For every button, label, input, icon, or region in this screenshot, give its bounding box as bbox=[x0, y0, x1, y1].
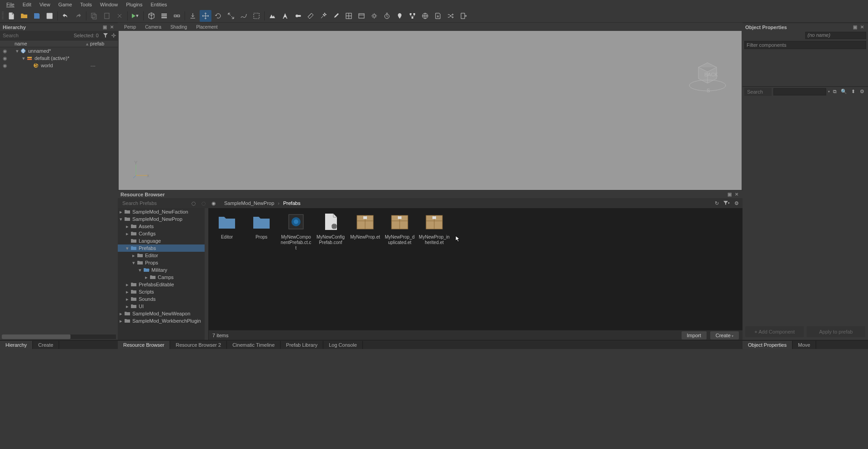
resource-item[interactable]: MyNewConfigPrefab.conf bbox=[315, 211, 346, 251]
panel-tab[interactable]: Create bbox=[33, 341, 59, 349]
chevron-down-icon[interactable]: ▾ bbox=[828, 90, 830, 94]
props-search-input[interactable] bbox=[744, 88, 772, 96]
terrain-tool[interactable] bbox=[266, 10, 278, 22]
resource-tree-item[interactable]: ▸PrefabsEditable bbox=[118, 281, 208, 288]
rb-nav-fwd-icon[interactable]: ◉ bbox=[210, 199, 218, 207]
gear-icon[interactable]: ⚙ bbox=[733, 199, 741, 207]
undo-button[interactable] bbox=[60, 10, 71, 22]
visibility-icon[interactable]: ◉ bbox=[0, 55, 10, 61]
wand-tool[interactable] bbox=[317, 10, 329, 22]
breadcrumb-item[interactable]: SampleMod_NewProp bbox=[222, 200, 276, 207]
rb-nav-back-icon[interactable]: ◌ bbox=[200, 199, 208, 207]
expand-icon[interactable]: ▾ bbox=[15, 48, 20, 54]
object-name-field[interactable]: (no name) bbox=[805, 32, 866, 39]
gear-tool[interactable] bbox=[368, 10, 380, 22]
resource-item[interactable]: Editor bbox=[211, 211, 242, 251]
viewport-3d[interactable]: Y x BACK S bbox=[119, 31, 742, 190]
expand-icon[interactable]: ▸ bbox=[145, 274, 150, 280]
hierarchy-row[interactable]: ◉▾unnamed* bbox=[0, 47, 118, 55]
resource-tree-item[interactable]: ▸SampleMod_NewFaction bbox=[118, 208, 208, 215]
nav-cube[interactable]: BACK S bbox=[687, 54, 728, 95]
hierarchy-row[interactable]: ◉▾default (active)* bbox=[0, 55, 118, 62]
resource-search-input[interactable] bbox=[120, 199, 188, 207]
resource-item[interactable]: MyNewProp_duplicated.et bbox=[384, 211, 415, 251]
resource-tree-item[interactable]: ▾Military bbox=[118, 266, 208, 274]
visibility-icon[interactable]: ◉ bbox=[0, 48, 10, 54]
resource-tree-item[interactable]: Language bbox=[118, 237, 208, 244]
hierarchy-icon[interactable]: ⬍ bbox=[849, 88, 857, 96]
expand-icon[interactable]: ▾ bbox=[120, 216, 124, 222]
rb-clear-icon[interactable]: ◌ bbox=[190, 199, 198, 207]
expand-icon[interactable]: ▾ bbox=[139, 267, 143, 273]
panel-tab[interactable]: Cinematic Timeline bbox=[227, 341, 281, 349]
col-name[interactable]: name bbox=[10, 41, 86, 46]
text-tool[interactable] bbox=[279, 10, 291, 22]
panel-tab[interactable]: Move bbox=[793, 341, 816, 349]
open-file-button[interactable] bbox=[18, 10, 30, 22]
resource-tree-item[interactable]: ▸Assets bbox=[118, 223, 208, 230]
resource-tree-item[interactable]: ▸UI bbox=[118, 303, 208, 310]
filter-icon[interactable] bbox=[101, 31, 110, 40]
search-icon[interactable]: 🔍 bbox=[840, 88, 848, 96]
resource-item[interactable]: MyNewProp_inherited.et bbox=[419, 211, 450, 251]
hierarchy-search-input[interactable] bbox=[0, 31, 50, 40]
refresh-icon[interactable]: ↻ bbox=[712, 199, 721, 207]
resource-grid[interactable]: EditorPropsMyNewComponentPrefab.ct.ctMyN… bbox=[209, 208, 743, 330]
edit-button[interactable] bbox=[44, 10, 55, 22]
grid-tool[interactable] bbox=[343, 10, 355, 22]
snap-down-tool[interactable] bbox=[187, 10, 199, 22]
spline-tool[interactable] bbox=[238, 10, 250, 22]
panel-close-icon[interactable]: ✕ bbox=[859, 24, 865, 30]
cube-tool[interactable] bbox=[146, 10, 157, 22]
panel-tab[interactable]: Resource Browser 2 bbox=[170, 341, 227, 349]
panel-close-icon[interactable]: ✕ bbox=[733, 191, 740, 198]
expand-icon[interactable]: ▸ bbox=[126, 304, 130, 309]
play-button[interactable]: ▾ bbox=[130, 10, 141, 22]
create-button[interactable]: Create bbox=[710, 331, 739, 339]
menu-edit[interactable]: Edit bbox=[19, 1, 35, 8]
ruler-tool[interactable] bbox=[305, 10, 316, 22]
resource-tree-item[interactable]: ▸Editor bbox=[118, 252, 208, 259]
expand-icon[interactable]: ▸ bbox=[126, 224, 130, 229]
panel-close-icon[interactable]: ✕ bbox=[109, 24, 115, 30]
save-button[interactable] bbox=[31, 10, 43, 22]
add-component-button[interactable]: + Add Component bbox=[745, 326, 804, 337]
expand-icon[interactable]: ▸ bbox=[126, 289, 130, 295]
viewport-tab[interactable]: Placement bbox=[191, 24, 222, 30]
resource-tree-item[interactable]: ▸Camps bbox=[118, 274, 208, 281]
panel-tab[interactable]: Prefab Library bbox=[281, 341, 323, 349]
expand-icon[interactable]: ▸ bbox=[120, 209, 124, 215]
tree-scrollbar[interactable] bbox=[205, 208, 208, 340]
resource-tree-item[interactable]: ▾SampleMod_NewProp bbox=[118, 215, 208, 223]
resource-tree-item[interactable]: ▸Sounds bbox=[118, 295, 208, 303]
panel-tab[interactable]: Object Properties bbox=[743, 341, 793, 349]
panel-tab[interactable]: Log Console bbox=[323, 341, 363, 349]
visibility-icon[interactable]: ◉ bbox=[0, 63, 10, 69]
tree-tool[interactable] bbox=[406, 10, 418, 22]
props-class-field[interactable] bbox=[773, 88, 826, 95]
col-prefab[interactable]: prefab bbox=[90, 41, 104, 46]
nav-tool[interactable] bbox=[394, 10, 406, 22]
shuffle-tool[interactable] bbox=[445, 10, 457, 22]
viewport-tab[interactable]: Persp bbox=[120, 24, 140, 30]
cut-button[interactable] bbox=[114, 10, 125, 22]
link-tool[interactable] bbox=[171, 10, 183, 22]
viewport-tab[interactable]: Camera bbox=[140, 24, 166, 30]
resource-tree-item[interactable]: ▾Props bbox=[118, 259, 208, 266]
list-tool[interactable] bbox=[158, 10, 170, 22]
resource-tree-item[interactable]: ▾Prefabs bbox=[118, 244, 208, 252]
menu-file[interactable]: File bbox=[3, 1, 18, 8]
menu-window[interactable]: Window bbox=[96, 1, 121, 8]
breadcrumb-item[interactable]: Prefabs bbox=[281, 200, 302, 207]
expand-icon[interactable]: ▸ bbox=[120, 318, 124, 324]
expand-icon[interactable]: ▸ bbox=[132, 253, 137, 259]
brush-tool[interactable] bbox=[330, 10, 342, 22]
bounds-tool[interactable] bbox=[251, 10, 262, 22]
menu-game[interactable]: Game bbox=[55, 1, 75, 8]
resource-item[interactable]: MyNewProp.et bbox=[350, 211, 381, 251]
hierarchy-row[interactable]: ◉ Sworld--- bbox=[0, 62, 118, 69]
expand-icon[interactable]: ▸ bbox=[120, 311, 124, 317]
resource-tree-item[interactable]: ▸SampleMod_NewWeapon bbox=[118, 310, 208, 317]
panel-tab[interactable]: Resource Browser bbox=[118, 341, 170, 349]
gear-icon[interactable]: ⚙ bbox=[858, 88, 866, 96]
